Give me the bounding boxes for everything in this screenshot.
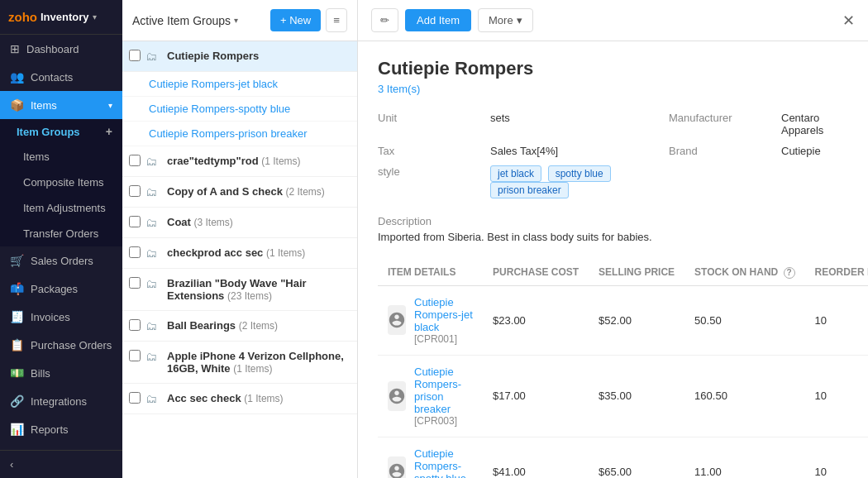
sidebar-subitem-composite-items[interactable]: Composite Items xyxy=(0,170,122,195)
more-button[interactable]: More ▾ xyxy=(478,8,533,32)
app-logo[interactable]: zoho Inventory ▾ xyxy=(0,0,122,35)
sidebar-item-label: Dashboard xyxy=(26,43,79,55)
sidebar-item-label: Reports xyxy=(31,423,69,436)
table-cell-reorder: 10 xyxy=(805,355,868,437)
style-tag-prison-breaker: prison breaker xyxy=(490,182,569,198)
brand-label: Brand xyxy=(669,145,768,157)
sidebar-item-packages[interactable]: 📫 Packages xyxy=(0,275,122,303)
sales-orders-icon: 🛒 xyxy=(10,254,24,267)
contacts-icon: 👥 xyxy=(10,70,24,84)
list-item-name: Acc sec check (1 Items) xyxy=(167,392,351,404)
list-header: Active Item Groups ▾ + New ≡ xyxy=(122,0,357,41)
list-subitem[interactable]: Cutiepie Rompers-spotty blue xyxy=(122,97,357,122)
list-item-checkbox[interactable] xyxy=(129,185,141,197)
list-item-checkbox[interactable] xyxy=(129,392,141,404)
new-button[interactable]: + New xyxy=(270,9,321,31)
more-label: More xyxy=(489,14,513,26)
item-thumbnail xyxy=(388,305,406,335)
sidebar: zoho Inventory ▾ ⊞ Dashboard 👥 Contacts … xyxy=(0,0,122,478)
table-cell-reorder: 10 xyxy=(805,285,868,355)
list-title-text: Active Item Groups xyxy=(132,14,231,27)
sidebar-item-dashboard[interactable]: ⊞ Dashboard xyxy=(0,35,122,63)
list-item-checkbox[interactable] xyxy=(129,277,141,289)
items-submenu: Item Groups + Items Composite Items Item… xyxy=(0,119,122,246)
collapse-icon: ‹ xyxy=(10,458,13,471)
sidebar-item-sales-orders[interactable]: 🛒 Sales Orders xyxy=(0,246,122,275)
sidebar-item-bills[interactable]: 💵 Bills xyxy=(0,359,122,387)
sidebar-item-integrations[interactable]: 🔗 Integrations xyxy=(0,387,122,415)
close-button[interactable]: ✕ xyxy=(842,12,855,30)
sidebar-item-invoices[interactable]: 🧾 Invoices xyxy=(0,303,122,331)
list-item-checkbox[interactable] xyxy=(129,216,141,227)
sidebar-subitem-transfer-orders[interactable]: Transfer Orders xyxy=(0,221,122,246)
detail-title: Cutiepie Rompers xyxy=(378,58,848,79)
list-item-checkbox[interactable] xyxy=(129,155,141,166)
list-subitem[interactable]: Cutiepie Rompers-jet black xyxy=(122,72,357,97)
list-item-checkbox[interactable] xyxy=(129,350,141,361)
list-item[interactable]: 🗂 crae"tedtymp"rod (1 Items) xyxy=(122,146,357,177)
col-item-details: ITEM DETAILS xyxy=(378,260,483,285)
edit-button[interactable]: ✏ xyxy=(371,8,398,32)
list-item-checkbox[interactable] xyxy=(129,246,141,258)
table-cell-item: Cutiepie Rompers-prison breaker [CPR003] xyxy=(378,355,483,437)
sidebar-item-purchase-orders[interactable]: 📋 Purchase Orders xyxy=(0,331,122,359)
sidebar-item-label: Items xyxy=(31,99,57,112)
sidebar-subitem-item-adjustments[interactable]: Item Adjustments xyxy=(0,195,122,221)
sidebar-collapse[interactable]: ‹ xyxy=(0,450,122,478)
item-name[interactable]: Cutiepie Rompers-spotty blue xyxy=(414,447,473,479)
detail-subtitle[interactable]: 3 Item(s) xyxy=(378,83,848,95)
table-cell-selling-price: $52.00 xyxy=(589,285,684,355)
list-subitem[interactable]: Cutiepie Rompers-prison breaker xyxy=(122,122,357,146)
item-code: [CPR001] xyxy=(414,333,473,345)
list-item[interactable]: 🗂 Copy of A and S check (2 Items) xyxy=(122,177,357,208)
integrations-icon: 🔗 xyxy=(10,394,24,408)
list-item[interactable]: 🗂 Apple iPhone 4 Verizon Cellphone, 16GB… xyxy=(122,342,357,384)
list-item[interactable]: 🗂 Ball Bearings (2 Items) xyxy=(122,311,357,342)
dashboard-icon: ⊞ xyxy=(10,42,20,55)
item-name[interactable]: Cutiepie Rompers-jet black xyxy=(414,296,473,333)
table-cell-stock: 11.00 xyxy=(684,437,804,478)
grid-view-button[interactable]: ≡ xyxy=(326,8,347,32)
purchase-orders-icon: 📋 xyxy=(10,338,24,351)
sidebar-subitem-items[interactable]: Items xyxy=(0,144,122,170)
folder-icon: 🗂 xyxy=(145,246,157,260)
stock-help-icon[interactable]: ? xyxy=(784,267,795,279)
list-item[interactable]: 🗂 Acc sec check (1 Items) xyxy=(122,384,357,414)
sidebar-subitem-item-groups[interactable]: Item Groups + xyxy=(0,119,122,144)
list-item-checkbox[interactable] xyxy=(129,50,141,61)
list-item-name: Brazilian "Body Wave "Hair Extensions (2… xyxy=(167,277,351,302)
list-item[interactable]: 🗂 Cutiepie Rompers xyxy=(122,41,357,72)
list-item-checkbox[interactable] xyxy=(129,319,141,331)
list-item[interactable]: 🗂 Brazilian "Body Wave "Hair Extensions … xyxy=(122,269,357,311)
items-arrow: ▾ xyxy=(108,101,112,110)
sidebar-item-label: Sales Orders xyxy=(31,255,93,267)
list-item-name: Coat (3 Items) xyxy=(167,216,351,228)
item-thumbnail xyxy=(388,381,406,411)
table-row: Cutiepie Rompers-spotty blue [CPR002] $4… xyxy=(378,437,868,478)
table-row: Cutiepie Rompers-jet black [CPR001] $23.… xyxy=(378,285,868,355)
items-icon: 📦 xyxy=(10,98,24,112)
list-item[interactable]: 🗂 checkprod acc sec (1 Items) xyxy=(122,238,357,269)
item-groups-label: Item Groups xyxy=(17,126,80,138)
add-item-button[interactable]: Add Item xyxy=(405,9,471,31)
style-tag-jet-black: jet black xyxy=(490,165,541,182)
sidebar-item-label: Bills xyxy=(31,367,50,380)
item-groups-add[interactable]: + xyxy=(106,125,112,138)
list-body: 🗂 Cutiepie Rompers Cutiepie Rompers-jet … xyxy=(122,41,357,478)
sidebar-item-contacts[interactable]: 👥 Contacts xyxy=(0,63,122,91)
list-title[interactable]: Active Item Groups ▾ xyxy=(132,14,270,27)
sidebar-item-reports[interactable]: 📊 Reports xyxy=(0,415,122,443)
manufacturer-label: Manufacturer xyxy=(669,112,768,136)
col-purchase-cost: PURCHASE COST xyxy=(483,260,589,285)
list-item-name: crae"tedtymp"rod (1 Items) xyxy=(167,155,351,167)
description-value: Imported from Siberia. Best in class bod… xyxy=(378,231,848,243)
invoices-icon: 🧾 xyxy=(10,310,24,323)
packages-icon: 📫 xyxy=(10,282,24,295)
list-item[interactable]: 🗂 Coat (3 Items) xyxy=(122,208,357,238)
table-cell-stock: 50.50 xyxy=(684,285,804,355)
sidebar-nav: ⊞ Dashboard 👥 Contacts 📦 Items ▾ Item Gr… xyxy=(0,35,122,450)
item-name[interactable]: Cutiepie Rompers-prison breaker xyxy=(414,366,473,415)
table-cell-selling-price: $65.00 xyxy=(589,437,684,478)
table-cell-reorder: 10 xyxy=(805,437,868,478)
sidebar-item-items[interactable]: 📦 Items ▾ xyxy=(0,91,122,119)
